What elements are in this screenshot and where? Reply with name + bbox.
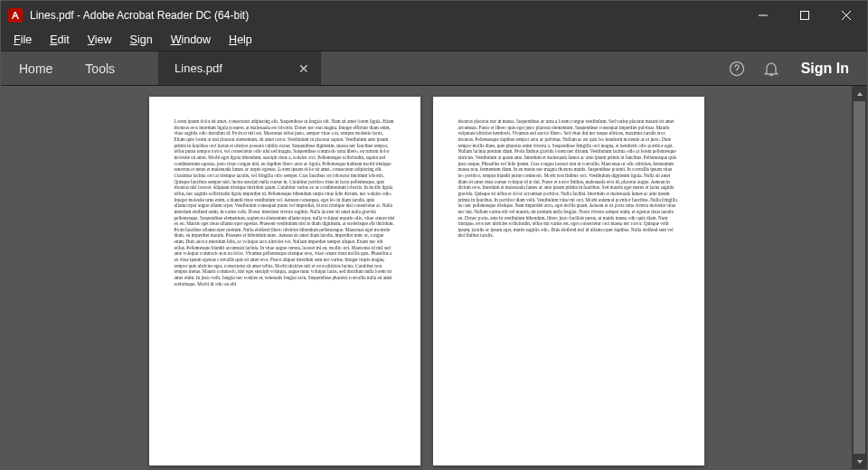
notifications-icon[interactable] [754, 52, 788, 85]
scroll-down-button[interactable] [852, 454, 867, 469]
page-2-text: rhoncus placerat nec in massa. Suspendis… [458, 118, 679, 239]
document-viewport[interactable]: Lorem ipsum dolor sit amet, consectetur … [1, 86, 852, 469]
sign-in-label: Sign In [801, 61, 849, 77]
svg-marker-7 [857, 460, 863, 464]
close-button[interactable] [826, 1, 867, 29]
menu-window[interactable]: Window [162, 31, 220, 49]
svg-rect-1 [801, 11, 809, 19]
maximize-button[interactable] [784, 1, 826, 29]
scrollbar-track[interactable] [852, 101, 867, 454]
app-icon [8, 8, 23, 23]
home-button[interactable]: Home [1, 52, 69, 85]
menu-sign[interactable]: Sign [121, 31, 162, 49]
menu-edit[interactable]: Edit [41, 31, 79, 49]
page-1-text: Lorem ipsum dolor sit amet, consectetur … [175, 118, 395, 287]
pdf-page-1: Lorem ipsum dolor sit amet, consectetur … [149, 97, 420, 465]
svg-marker-6 [857, 92, 863, 96]
toolbar: Home Tools Lines.pdf ✕ Sign In [1, 52, 867, 86]
tools-button[interactable]: Tools [69, 52, 131, 85]
pdf-page-2: rhoncus placerat nec in massa. Suspendis… [433, 97, 704, 465]
vertical-scrollbar[interactable] [852, 86, 867, 469]
tab-close-icon[interactable]: ✕ [296, 61, 312, 77]
menu-help[interactable]: Help [220, 31, 261, 49]
svg-point-5 [736, 71, 737, 72]
title-bar: Lines.pdf - Adobe Acrobat Reader DC (64-… [1, 1, 867, 29]
home-label: Home [19, 61, 52, 76]
menu-bar: File Edit View Sign Window Help [1, 29, 867, 52]
menu-file[interactable]: File [5, 31, 41, 49]
menu-view[interactable]: View [79, 31, 121, 49]
help-icon[interactable] [720, 52, 754, 85]
document-tab-label: Lines.pdf [175, 61, 274, 75]
document-area: Lorem ipsum dolor sit amet, consectetur … [1, 86, 867, 469]
scroll-up-button[interactable] [852, 86, 867, 101]
app-window: Lines.pdf - Adobe Acrobat Reader DC (64-… [0, 0, 868, 470]
window-title: Lines.pdf - Adobe Acrobat Reader DC (64-… [30, 9, 249, 22]
scrollbar-thumb[interactable] [854, 101, 865, 454]
minimize-button[interactable] [742, 1, 784, 29]
document-tab[interactable]: Lines.pdf ✕ [158, 52, 321, 85]
sign-in-button[interactable]: Sign In [788, 52, 867, 85]
tools-label: Tools [85, 61, 115, 76]
